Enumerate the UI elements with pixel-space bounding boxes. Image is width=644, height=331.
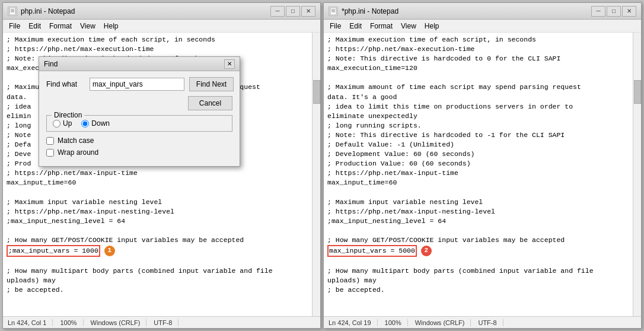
left-editor-area: ; Maximum execution time of each script,… [3, 33, 320, 316]
right-menu-view[interactable]: View [397, 21, 420, 31]
right-title-bar: *php.ini - Notepad ─ □ ✕ [324, 3, 641, 20]
find-what-row: Find what Find Next [46, 77, 232, 91]
right-menu-file[interactable]: File [326, 21, 345, 31]
right-window-title: *php.ini - Notepad [342, 7, 398, 15]
left-scrollbar[interactable] [312, 33, 320, 316]
svg-rect-4 [330, 8, 336, 15]
left-title-buttons: ─ □ ✕ [270, 6, 315, 17]
left-menu-edit[interactable]: Edit [25, 21, 44, 31]
right-status-line-ending: Windows (CRLF) [415, 319, 471, 326]
left-notepad-window: php.ini - Notepad ─ □ ✕ File Edit Format… [2, 2, 321, 329]
find-dialog-title-text: Find [44, 60, 58, 68]
right-status-line-col: Ln 424, Col 19 [329, 319, 378, 326]
match-case-label: Match case [58, 136, 94, 145]
match-case-row: Match case [46, 136, 232, 145]
find-what-input[interactable] [90, 78, 184, 91]
right-maximize-button[interactable]: □ [607, 6, 621, 17]
direction-radio-group: Up Down [53, 119, 226, 128]
left-window-title: php.ini - Notepad [21, 7, 75, 15]
left-close-button[interactable]: ✕ [301, 6, 315, 17]
right-close-button[interactable]: ✕ [622, 6, 636, 17]
right-notepad-icon [329, 7, 338, 16]
right-notepad-window: *php.ini - Notepad ─ □ ✕ File Edit Forma… [323, 2, 642, 329]
direction-down-label: Down [91, 119, 110, 128]
wrap-around-checkbox[interactable] [46, 149, 54, 157]
left-minimize-button[interactable]: ─ [270, 6, 285, 17]
match-case-checkbox[interactable] [46, 137, 54, 145]
right-menu-help[interactable]: Help [421, 21, 443, 31]
cancel-button[interactable]: Cancel [188, 96, 232, 110]
direction-up-radio[interactable] [53, 120, 60, 128]
right-scrollbar[interactable] [633, 33, 641, 316]
right-menu-format[interactable]: Format [366, 21, 396, 31]
right-title-buttons: ─ □ ✕ [591, 6, 636, 17]
find-next-button[interactable]: Find Next [189, 77, 234, 91]
right-editor-content[interactable]: ; Maximum execution time of each script,… [324, 33, 641, 316]
direction-down-option[interactable]: Down [81, 119, 110, 128]
find-dialog-overlay: Find ✕ Find what Find Next Cancel Direct… [39, 56, 240, 167]
wrap-around-label: Wrap around [58, 148, 98, 157]
left-menu-view[interactable]: View [76, 21, 99, 31]
find-dialog-body: Find what Find Next Cancel Direction [39, 71, 240, 166]
right-title-bar-left: *php.ini - Notepad [329, 7, 398, 16]
find-dialog: Find ✕ Find what Find Next Cancel Direct… [39, 56, 240, 167]
find-dialog-title-bar: Find ✕ [39, 57, 240, 71]
find-what-label: Find what [46, 80, 85, 88]
right-editor-area: ; Maximum execution time of each script,… [324, 33, 641, 316]
left-status-bar: Ln 424, Col 1 100% Windows (CRLF) UTF-8 [3, 316, 320, 328]
direction-up-option[interactable]: Up [53, 119, 72, 128]
left-maximize-button[interactable]: □ [286, 6, 300, 17]
left-menu-bar: File Edit Format View Help [3, 20, 320, 33]
right-status-encoding: UTF-8 [478, 319, 503, 326]
direction-up-label: Up [63, 119, 72, 128]
right-menu-bar: File Edit Format View Help [324, 20, 641, 33]
right-status-zoom: 100% [385, 319, 408, 326]
left-menu-file[interactable]: File [5, 21, 24, 31]
left-status-line-ending: Windows (CRLF) [91, 319, 147, 326]
left-title-bar: php.ini - Notepad ─ □ ✕ [3, 3, 320, 20]
right-minimize-button[interactable]: ─ [591, 6, 605, 17]
direction-legend: Direction [52, 111, 84, 119]
left-menu-format[interactable]: Format [46, 21, 75, 31]
right-menu-edit[interactable]: Edit [346, 21, 365, 31]
right-status-bar: Ln 424, Col 19 100% Windows (CRLF) UTF-8 [324, 316, 641, 328]
svg-rect-0 [9, 8, 15, 15]
find-direction-group: Direction Up Down [46, 115, 232, 132]
left-status-encoding: UTF-8 [154, 319, 178, 326]
left-status-zoom: 100% [60, 319, 83, 326]
direction-down-radio[interactable] [81, 120, 89, 128]
left-status-line-col: Ln 424, Col 1 [8, 319, 53, 326]
right-scrollbar-thumb [634, 80, 641, 104]
find-dialog-close-button[interactable]: ✕ [224, 59, 235, 69]
wrap-around-row: Wrap around [46, 148, 232, 157]
left-notepad-icon [8, 7, 17, 16]
left-scrollbar-thumb [313, 80, 320, 104]
left-title-bar-left: php.ini - Notepad [8, 7, 75, 16]
left-menu-help[interactable]: Help [100, 21, 122, 31]
